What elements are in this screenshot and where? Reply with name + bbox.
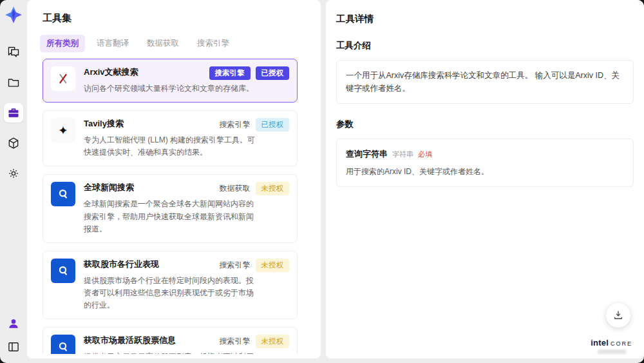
tool-name: 全球新闻搜索 [84,182,134,193]
status-badge-unauthorized: 未授权 [256,182,290,195]
category-label: 数据获取 [220,183,251,194]
tool-name: 获取市场最活跃股票信息 [84,335,176,346]
tool-description: 专为人工智能代理 (LLM) 构建的搜索引擎工具。可快速提供实时、准确和真实的结… [84,134,289,159]
tool-card-global-news[interactable]: 全球新闻搜索 数据获取 未授权 全球新闻搜索是一个聚合全球各大新闻网站内容的搜索… [43,174,298,243]
tab-language-translation[interactable]: 语言翻译 [90,35,135,52]
gear-icon [7,167,20,180]
download-button[interactable] [606,303,630,328]
tool-card-most-active-stocks[interactable]: 获取市场最活跃股票信息 搜索引擎 未授权 提供当天交易量最高的股票列表。投资者可… [43,327,298,354]
status-badge-authorized: 已授权 [256,66,290,80]
tavily-star-icon: ✦ [51,118,75,142]
tool-name: Arxiv文献搜索 [84,66,138,78]
param-required-flag: 必填 [418,150,432,159]
sidebar-item-profile[interactable] [4,314,23,333]
blue-search-logo-icon [51,335,75,354]
tool-card-sector-performance[interactable]: 获取股市各行业表现 搜索引擎 未授权 提供股票市场各个行业在特定时间段内的表现。… [43,251,298,320]
category-label: 搜索引擎 [220,119,251,130]
sidebar-item-packages[interactable] [4,133,23,153]
page-title: 工具集 [43,12,321,25]
core-wordmark: core [611,338,632,348]
tool-description: 提供当天交易量最高的股票列表。投资者可以利用这些信息来识别流动性强的股票和潜在的… [84,351,289,354]
cube-icon [7,137,20,150]
intel-sub-text [598,349,626,354]
user-icon [7,317,20,330]
tab-data-fetching[interactable]: 数据获取 [140,35,185,52]
category-label: 搜索引擎 [220,336,251,347]
download-icon [612,309,624,321]
category-tabs: 所有类别 语言翻译 数据获取 搜索引擎 [40,35,321,52]
status-badge-authorized: 已授权 [256,118,290,132]
param-type: 字符串 [392,150,413,159]
sidebar-item-toolbox[interactable] [4,103,23,123]
blue-search-logo-icon [51,182,75,206]
tool-description: 提供股票市场各个行业在特定时间段内的表现。投资者可以利用这些信息来识别表现优于或… [84,275,289,312]
tool-name: 获取股市各行业表现 [84,259,159,270]
tab-search-engine[interactable]: 搜索引擎 [191,35,236,52]
chat-icon [7,46,20,59]
tool-list-panel: 工具集 所有类别 语言翻译 数据获取 搜索引擎 Arxiv文献搜索 [27,0,321,358]
tool-description: 全球新闻搜索是一个聚合全球各大新闻网站内容的搜索引擎，帮助用户快速获取全球最新资… [84,198,289,235]
intro-heading: 工具介绍 [336,40,634,52]
tool-detail-panel: 工具详情 工具介绍 一个用于从Arxiv存储库搜索科学论文和文章的工具。 输入可… [326,0,644,358]
status-badge-unauthorized: 未授权 [256,335,290,348]
params-heading: 参数 [336,119,634,130]
param-name: 查询字符串 [346,148,388,160]
intel-wordmark: intel [591,338,609,348]
briefcase-icon [7,106,20,119]
tool-name: Tavily搜索 [84,118,124,130]
tool-intro-text: 一个用于从Arxiv存储库搜索科学论文和文章的工具。 输入可以是Arxiv ID… [336,60,634,104]
category-label: 搜索引擎 [220,260,251,271]
tool-description: 访问各个研究领域大量科学论文和文章的存储库。 [84,83,289,95]
tool-card-arxiv[interactable]: Arxiv文献搜索 搜索引擎 已授权 访问各个研究领域大量科学论文和文章的存储库… [43,59,298,103]
parameter-card: 查询字符串 字符串 必填 用于搜索的Arxiv ID、关键字或作者姓名。 [336,139,634,187]
app-window: 工具集 所有类别 语言翻译 数据获取 搜索引擎 Arxiv文献搜索 [0,0,644,363]
intel-core-logo: intelcore [591,338,632,354]
icon-rail [0,0,27,363]
detail-title: 工具详情 [336,13,634,25]
param-description: 用于搜索的Arxiv ID、关键字或作者姓名。 [346,166,624,177]
sidebar-item-files[interactable] [4,73,23,92]
category-badge: 搜索引擎 [209,66,251,80]
sidebar-item-chat[interactable] [4,43,23,62]
panel-layout-icon [7,340,20,353]
tool-card-tavily[interactable]: ✦ Tavily搜索 搜索引擎 已授权 专为人工智能代理 (LLM) 构建的搜索… [43,110,298,166]
tab-all-categories[interactable]: 所有类别 [40,35,85,52]
blue-search-logo-icon [51,259,75,283]
sidebar-item-collapse-panel[interactable] [4,337,23,357]
tool-list: Arxiv文献搜索 搜索引擎 已授权 访问各个研究领域大量科学论文和文章的存储库… [43,59,307,354]
folder-icon [7,76,20,89]
app-logo-icon [4,5,23,25]
arxiv-logo-icon [51,66,75,91]
sidebar-item-settings[interactable] [4,164,23,183]
status-badge-unauthorized: 未授权 [256,259,290,272]
